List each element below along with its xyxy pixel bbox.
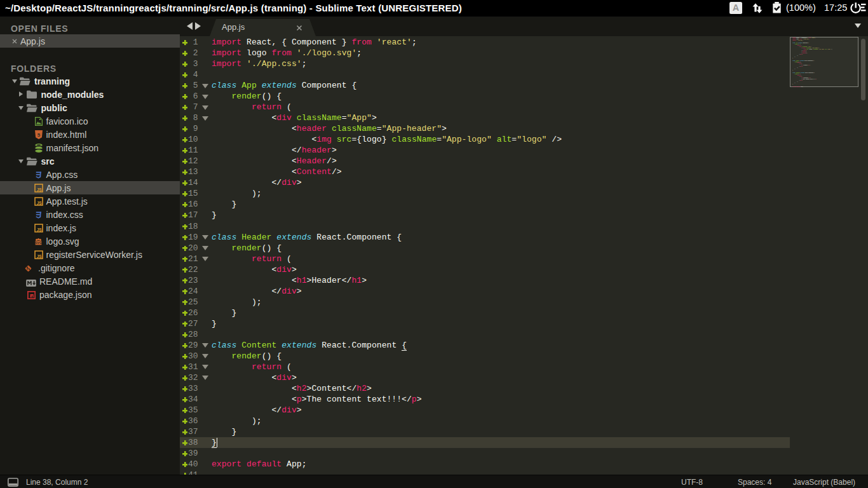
svg-text:JS: JS bbox=[37, 187, 43, 191]
svg-text:JS: JS bbox=[37, 254, 43, 258]
svg-text:5: 5 bbox=[37, 132, 40, 137]
svg-text:SVG: SVG bbox=[35, 241, 42, 245]
svg-text:JS: JS bbox=[37, 227, 43, 231]
svg-text:JS: JS bbox=[37, 200, 43, 205]
